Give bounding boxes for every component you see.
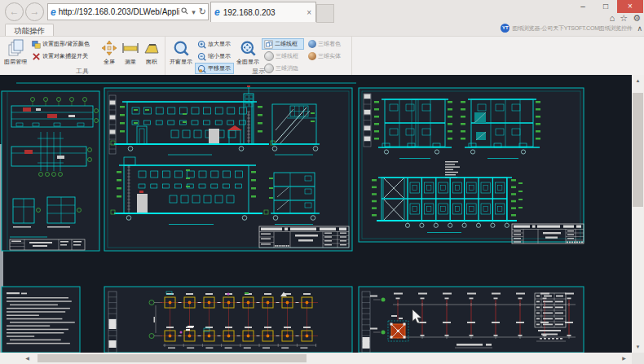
scrollbar-corner: [632, 353, 644, 364]
osnap-toggle-button[interactable]: 设置对象捕捉开关: [29, 50, 98, 62]
solid-3d-icon: [308, 52, 316, 60]
ie-tab-icon: e: [214, 7, 220, 18]
new-tab-button[interactable]: [316, 4, 334, 23]
browser-window: ← → e http://192.168.0.203/DLWeb/Applica…: [0, 0, 644, 364]
refresh-icon[interactable]: ↻: [199, 7, 206, 17]
area-shape-icon: [143, 39, 161, 57]
zoom-extents-button[interactable]: 全图显示: [235, 37, 261, 66]
sheet-sections: 1-1剖面图 2-2剖面图 3-3剖面图: [359, 88, 584, 243]
ribbon: 图层管理 设置图形/背景颜色 设置对象捕捉开关: [0, 36, 644, 77]
sheet-elevations: ②-⑦轴立面图 ①-②轴立面图 ⑦-②轴立面图 ②-①轴立面图: [104, 86, 352, 251]
yt-logo: YT: [501, 24, 509, 33]
fullscreen-arrows-icon: [101, 39, 117, 57]
browser-titlebar: ← → e http://192.168.0.203/DLWeb/Applica…: [0, 0, 644, 23]
plugin-info-text: 图纸浏览器-公司天下YTSOFT.COM图纸浏览控件-试用版: [512, 24, 633, 33]
minimize-button[interactable]: –: [571, 0, 594, 13]
sheet-foundation-plan: [104, 287, 352, 353]
sheet-plan-details: 平面布置图: [2, 91, 99, 251]
window-zoom-button[interactable]: 开窗显示: [168, 37, 194, 66]
ribbon-group-display: 开窗显示 放大显示 缩小显示 平移显示: [165, 37, 352, 76]
zoom-extents-icon: [240, 39, 256, 57]
red-x-icon: [32, 52, 41, 61]
scroll-right-arrow[interactable]: ▶: [618, 353, 630, 364]
scroll-up-arrow[interactable]: ▲: [632, 75, 644, 86]
zoom-out-icon: [197, 52, 206, 61]
back-button[interactable]: ←: [5, 2, 24, 21]
plugin-brand: YT 图纸浏览器-公司天下YTSOFT.COM图纸浏览控件-试用版 ∧: [501, 24, 642, 33]
ribbon-tab-function[interactable]: 功能操作: [5, 24, 54, 37]
zoom-in-button[interactable]: 放大显示: [195, 38, 234, 50]
scroll-left-arrow[interactable]: ◀: [21, 353, 33, 364]
cad-viewport[interactable]: 平面布置图 ②-⑦轴立面图 ①-②轴立面图 ⑦-②轴立面图 ②-①轴立面图 1-…: [0, 75, 644, 364]
vertical-scroll-thumb[interactable]: [633, 93, 643, 207]
url-text[interactable]: http://192.168.0.203/DLWeb/Application/Y…: [59, 7, 180, 16]
search-icon[interactable]: [181, 7, 188, 16]
maximize-button[interactable]: □: [594, 0, 617, 13]
ruler-icon: [121, 39, 139, 57]
close-button[interactable]: ×: [617, 0, 643, 13]
shaded-3d-icon: [308, 40, 316, 48]
color-icon: [32, 40, 41, 49]
wireframe-3d-icon: [264, 51, 274, 61]
wireframe-3d-button[interactable]: 三维线框: [262, 50, 304, 62]
measure-button[interactable]: 测量: [120, 37, 141, 66]
tool-small-buttons: 设置图形/背景颜色 设置对象捕捉开关: [29, 37, 99, 63]
window-controls: – □ ×: [571, 0, 643, 13]
window-zoom-icon: [173, 39, 189, 57]
forward-button[interactable]: →: [25, 2, 44, 21]
zoom-out-button[interactable]: 缩小显示: [195, 50, 234, 62]
sheet-notes: [2, 287, 80, 353]
tab-close-icon[interactable]: ×: [307, 8, 311, 17]
scroll-down-arrow[interactable]: ▼: [632, 341, 644, 353]
ribbon-group-tools: 图层管理 设置图形/背景颜色 设置对象捕捉开关: [0, 37, 165, 76]
layer-manager-button[interactable]: 图层管理: [2, 37, 29, 66]
layers-icon: [7, 39, 24, 57]
sheet-column-layout: [359, 287, 584, 353]
zoom-in-icon: [197, 40, 206, 49]
ribbon-tab-row: 功能操作 YT 图纸浏览器-公司天下YTSOFT.COM图纸浏览控件-试用版 ∧: [0, 23, 644, 36]
tab-title: 192.168.0.203: [223, 8, 302, 17]
horizontal-scroll-thumb[interactable]: [37, 354, 307, 362]
solid-3d-button[interactable]: 三维实体: [306, 50, 348, 62]
browser-tab[interactable]: e 192.168.0.203 ×: [210, 2, 316, 22]
collapse-ribbon-icon[interactable]: ∧: [637, 24, 642, 33]
wireframe-2d-icon: [264, 40, 273, 49]
cad-drawing-canvas[interactable]: 平面布置图 ②-⑦轴立面图 ①-②轴立面图 ⑦-②轴立面图 ②-①轴立面图 1-…: [0, 75, 632, 353]
shaded-3d-button[interactable]: 三维着色: [306, 38, 348, 50]
address-bar[interactable]: e http://192.168.0.203/DLWeb/Application…: [47, 3, 209, 20]
horizontal-scrollbar[interactable]: ◀ ▶: [0, 353, 632, 364]
wireframe-2d-button[interactable]: 二维线框: [262, 38, 304, 50]
fullscreen-button[interactable]: 全屏: [99, 37, 120, 66]
vertical-scrollbar[interactable]: ▲ ▼: [632, 75, 644, 353]
set-bg-color-button[interactable]: 设置图形/背景颜色: [29, 38, 98, 50]
ie-icon: e: [51, 7, 56, 18]
area-button[interactable]: 面积: [141, 37, 162, 66]
address-dropdown-caret[interactable]: ▾: [192, 8, 196, 16]
render-mode-column-2: 三维着色 三维实体: [305, 37, 349, 63]
